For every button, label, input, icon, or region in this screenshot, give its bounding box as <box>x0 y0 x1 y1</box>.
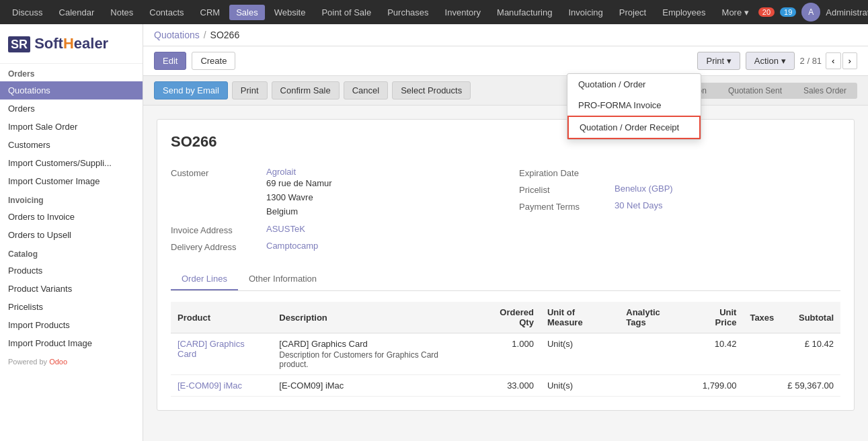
form-grid: Customer Agrolait 69 rue de Namur 1300 W… <box>171 164 840 255</box>
dropdown-item-proforma[interactable]: PRO-FORMA Invoice <box>567 95 701 116</box>
badge-notifications[interactable]: 19 <box>780 7 796 17</box>
sidebar-item-products[interactable]: Products <box>0 262 143 280</box>
sidebar-item-import-customers[interactable]: Import Customers/Suppli... <box>0 154 143 172</box>
row2-unit-price: 1,799.00 <box>689 375 744 397</box>
nav-right: 20 19 A Administrator <box>758 3 868 22</box>
table-row: [CARD] Graphics Card [CARD] Graphics Car… <box>171 333 840 375</box>
toolbar: Edit Create Print ▾ Action ▾ 2 / 81 ‹ › … <box>143 46 868 76</box>
breadcrumb-parent[interactable]: Quotations <box>154 30 200 40</box>
row1-subtotal: £ 10.42 <box>781 333 840 375</box>
col-description: Description <box>272 302 476 333</box>
tab-order-lines[interactable]: Order Lines <box>171 268 238 290</box>
payment-terms-value[interactable]: 30 Net Days <box>615 200 663 210</box>
row2-product[interactable]: [E-COM09] iMac <box>171 375 272 397</box>
powered-by: Powered by Odoo <box>0 352 143 371</box>
col-product: Product <box>171 302 272 333</box>
pagination: 2 / 81 ‹ › <box>800 52 857 69</box>
logo: SR SoftHealer <box>0 24 143 64</box>
pricelist-value[interactable]: Benelux (GBP) <box>615 184 673 194</box>
content-area: Quotations / SO266 Edit Create Print ▾ A… <box>143 24 868 441</box>
select-products-button[interactable]: Select Products <box>392 81 471 99</box>
sidebar-item-import-product-image[interactable]: Import Product Image <box>0 334 143 352</box>
print-action-button[interactable]: Print <box>232 81 268 99</box>
customer-address-line3: Belgium <box>266 205 332 219</box>
nav-item-crm[interactable]: CRM <box>194 5 227 20</box>
invoice-address-value[interactable]: ASUSTeK <box>266 224 305 234</box>
row1-unit-price: 10.42 <box>689 333 744 375</box>
step-quotation-sent[interactable]: Quotation Sent <box>717 83 793 99</box>
orders-section-header: Orders <box>0 64 143 81</box>
expiration-date-label: Expiration Date <box>519 167 606 178</box>
print-dropdown-menu: Quotation / Order PRO-FORMA Invoice Quot… <box>567 73 701 140</box>
step-sales-order[interactable]: Sales Order <box>793 83 857 99</box>
nav-item-project[interactable]: Project <box>613 5 653 20</box>
nav-item-employees[interactable]: Employees <box>656 5 712 20</box>
top-navigation: Discuss Calendar Notes Contacts CRM Sale… <box>0 0 868 24</box>
row1-product[interactable]: [CARD] Graphics Card <box>171 333 272 375</box>
create-button[interactable]: Create <box>192 52 235 70</box>
sidebar-item-import-customer-image[interactable]: Import Customer Image <box>0 172 143 190</box>
row1-taxes <box>743 333 781 375</box>
sidebar: SR SoftHealer Orders Quotations Orders I… <box>0 24 143 441</box>
avatar[interactable]: A <box>801 3 820 22</box>
edit-button[interactable]: Edit <box>154 52 186 70</box>
nav-item-inventory[interactable]: Inventory <box>438 5 487 20</box>
sidebar-item-import-sale-order[interactable]: Import Sale Order <box>0 118 143 136</box>
sidebar-item-import-products[interactable]: Import Products <box>0 316 143 334</box>
prev-arrow[interactable]: ‹ <box>826 52 840 69</box>
row2-taxes <box>743 375 781 397</box>
nav-item-website[interactable]: Website <box>268 5 313 20</box>
nav-item-sales[interactable]: Sales <box>229 5 265 20</box>
payment-terms-label: Payment Terms <box>519 200 606 212</box>
order-table: Product Description Ordered Qty Unit of … <box>171 302 840 397</box>
sidebar-item-orders[interactable]: Orders <box>0 99 143 118</box>
col-taxes: Taxes <box>743 302 781 333</box>
nav-item-manufacturing[interactable]: Manufacturing <box>490 5 559 20</box>
delivery-address-row: Delivery Address Camptocamp <box>171 238 492 255</box>
invoice-address-row: Invoice Address ASUSTeK <box>171 221 492 238</box>
sidebar-item-product-variants[interactable]: Product Variants <box>0 280 143 298</box>
confirm-sale-button[interactable]: Confirm Sale <box>272 81 340 99</box>
badge-messages[interactable]: 20 <box>758 7 775 17</box>
nav-item-purchases[interactable]: Purchases <box>381 5 435 20</box>
tab-other-information[interactable]: Other Information <box>238 268 327 290</box>
row1-uom: Unit(s) <box>541 333 619 375</box>
sidebar-item-customers[interactable]: Customers <box>0 136 143 154</box>
row2-qty: 33.000 <box>476 375 541 397</box>
nav-arrows: ‹ › <box>826 52 857 69</box>
nav-item-discuss[interactable]: Discuss <box>5 5 50 20</box>
row1-qty: 1.000 <box>476 333 541 375</box>
action-bar: Send by Email Print Confirm Sale Cancel … <box>143 76 868 106</box>
customer-label: Customer <box>171 167 258 178</box>
col-unit-price: Unit Price <box>689 302 744 333</box>
nav-item-calendar[interactable]: Calendar <box>52 5 102 20</box>
form-card: SO266 Customer Agrolait 69 rue de Namur … <box>157 119 855 411</box>
nav-item-notes[interactable]: Notes <box>104 5 140 20</box>
sidebar-item-pricelists[interactable]: Pricelists <box>0 298 143 316</box>
logo-text: SR SoftHealer <box>8 35 108 52</box>
delivery-address-value[interactable]: Camptocamp <box>266 241 318 251</box>
pagination-text: 2 / 81 <box>800 56 822 66</box>
nav-item-more[interactable]: More ▾ <box>715 5 756 20</box>
action-button[interactable]: Action ▾ <box>746 52 795 70</box>
dropdown-item-quotation-order[interactable]: Quotation / Order <box>567 74 701 95</box>
main-content: SO266 Customer Agrolait 69 rue de Namur … <box>143 106 868 424</box>
next-arrow[interactable]: › <box>842 52 857 69</box>
catalog-section-header: Catalog <box>0 244 143 262</box>
payment-terms-row: Payment Terms 30 Net Days <box>519 198 840 214</box>
send-email-button[interactable]: Send by Email <box>154 81 228 99</box>
sidebar-item-orders-to-invoice[interactable]: Orders to Invoice <box>0 208 143 226</box>
admin-label: Administrator <box>826 7 868 17</box>
nav-item-contacts[interactable]: Contacts <box>143 5 190 20</box>
customer-name[interactable]: Agrolait <box>266 167 332 177</box>
customer-value: Agrolait 69 rue de Namur 1300 Wavre Belg… <box>266 167 332 218</box>
so-number: SO266 <box>171 133 840 151</box>
sidebar-item-quotations[interactable]: Quotations <box>0 81 143 99</box>
customer-address-line1: 69 rue de Namur <box>266 177 332 191</box>
print-button[interactable]: Print ▾ <box>697 52 740 70</box>
cancel-button[interactable]: Cancel <box>344 81 388 99</box>
sidebar-item-orders-to-upsell[interactable]: Orders to Upsell <box>0 226 143 244</box>
dropdown-item-receipt[interactable]: Quotation / Order Receipt <box>567 116 701 139</box>
nav-item-pos[interactable]: Point of Sale <box>315 5 378 20</box>
nav-item-invoicing[interactable]: Invoicing <box>561 5 609 20</box>
